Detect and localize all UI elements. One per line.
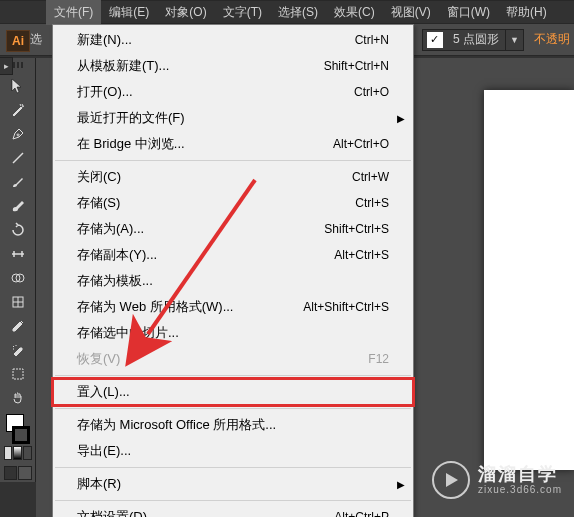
shape-selector[interactable]: ✓ 5 点圆形 ▼ bbox=[422, 29, 524, 51]
menu-help[interactable]: 帮助(H) bbox=[498, 0, 555, 25]
shape-value: 5 点圆形 bbox=[447, 31, 505, 48]
menu-window[interactable]: 窗口(W) bbox=[439, 0, 498, 25]
menu-edit[interactable]: 编辑(E) bbox=[101, 0, 157, 25]
menu-select[interactable]: 选择(S) bbox=[270, 0, 326, 25]
stroke-swatch[interactable] bbox=[12, 426, 30, 444]
opacity-label: 不透明 bbox=[534, 31, 570, 48]
menu-export[interactable]: 导出(E)... bbox=[53, 438, 413, 464]
menu-file[interactable]: 文件(F) bbox=[46, 0, 101, 25]
pen-tool[interactable] bbox=[4, 122, 32, 146]
width-tool[interactable] bbox=[4, 242, 32, 266]
fill-stroke-swatch[interactable] bbox=[4, 414, 32, 444]
symbol-spray-tool[interactable] bbox=[4, 338, 32, 362]
dropdown-icon: ▼ bbox=[505, 30, 523, 50]
line-tool[interactable] bbox=[4, 146, 32, 170]
menu-separator bbox=[55, 500, 411, 501]
menu-place[interactable]: 置入(L)... bbox=[53, 379, 413, 405]
menu-save-as[interactable]: 存储为(A)...Shift+Ctrl+S bbox=[53, 216, 413, 242]
menu-separator bbox=[55, 408, 411, 409]
menu-text[interactable]: 文字(T) bbox=[215, 0, 270, 25]
menu-doc-setup[interactable]: 文档设置(D)...Alt+Ctrl+P bbox=[53, 504, 413, 517]
menu-separator bbox=[55, 160, 411, 161]
menu-scripts[interactable]: 脚本(R)▶ bbox=[53, 471, 413, 497]
menu-save[interactable]: 存储(S)Ctrl+S bbox=[53, 190, 413, 216]
menu-separator bbox=[55, 375, 411, 376]
menu-new-from-template[interactable]: 从模板新建(T)...Shift+Ctrl+N bbox=[53, 53, 413, 79]
magic-wand-tool[interactable] bbox=[4, 98, 32, 122]
menu-save-ms-office[interactable]: 存储为 Microsoft Office 所用格式... bbox=[53, 412, 413, 438]
menu-save-template[interactable]: 存储为模板... bbox=[53, 268, 413, 294]
menubar: 文件(F) 编辑(E) 对象(O) 文字(T) 选择(S) 效果(C) 视图(V… bbox=[0, 0, 574, 24]
shape-builder-tool[interactable] bbox=[4, 266, 32, 290]
artboard[interactable] bbox=[484, 90, 574, 470]
menu-separator bbox=[55, 467, 411, 468]
tools-panel: ▸ bbox=[0, 58, 36, 482]
play-icon bbox=[432, 461, 470, 499]
menu-revert: 恢复(V)F12 bbox=[53, 346, 413, 372]
rotate-tool[interactable] bbox=[4, 218, 32, 242]
menu-browse-bridge[interactable]: 在 Bridge 中浏览...Alt+Ctrl+O bbox=[53, 131, 413, 157]
color-mode-buttons[interactable] bbox=[4, 446, 32, 462]
submenu-arrow-icon: ▶ bbox=[397, 113, 405, 124]
menu-recent-files[interactable]: 最近打开的文件(F)▶ bbox=[53, 105, 413, 131]
selection-tool[interactable] bbox=[4, 74, 32, 98]
menu-save-copy[interactable]: 存储副本(Y)...Alt+Ctrl+S bbox=[53, 242, 413, 268]
mesh-tool[interactable] bbox=[4, 290, 32, 314]
eyedropper-tool[interactable] bbox=[4, 314, 32, 338]
menu-effect[interactable]: 效果(C) bbox=[326, 0, 383, 25]
menu-new[interactable]: 新建(N)...Ctrl+N bbox=[53, 27, 413, 53]
screen-mode-buttons[interactable] bbox=[4, 466, 32, 482]
app-logo: Ai bbox=[6, 30, 30, 52]
file-menu-dropdown: 新建(N)...Ctrl+N 从模板新建(T)...Shift+Ctrl+N 打… bbox=[52, 24, 414, 517]
menu-save-web[interactable]: 存储为 Web 所用格式(W)...Alt+Shift+Ctrl+S bbox=[53, 294, 413, 320]
menu-object[interactable]: 对象(O) bbox=[157, 0, 214, 25]
panel-collapse-icon[interactable]: ▸ bbox=[0, 57, 13, 75]
checkbox-icon: ✓ bbox=[427, 32, 443, 48]
watermark: 溜溜自学 zixue.3d66.com bbox=[432, 461, 562, 499]
menu-open[interactable]: 打开(O)...Ctrl+O bbox=[53, 79, 413, 105]
menu-view[interactable]: 视图(V) bbox=[383, 0, 439, 25]
brush-tool[interactable] bbox=[4, 170, 32, 194]
svg-line-0 bbox=[13, 153, 23, 163]
svg-rect-6 bbox=[13, 369, 23, 379]
artboard-tool[interactable] bbox=[4, 362, 32, 386]
watermark-url: zixue.3d66.com bbox=[478, 484, 562, 495]
watermark-title: 溜溜自学 bbox=[478, 465, 562, 485]
menu-save-slice[interactable]: 存储选中的切片... bbox=[53, 320, 413, 346]
blob-brush-tool[interactable] bbox=[4, 194, 32, 218]
menu-close[interactable]: 关闭(C)Ctrl+W bbox=[53, 164, 413, 190]
hand-tool[interactable] bbox=[4, 386, 32, 410]
submenu-arrow-icon: ▶ bbox=[397, 479, 405, 490]
